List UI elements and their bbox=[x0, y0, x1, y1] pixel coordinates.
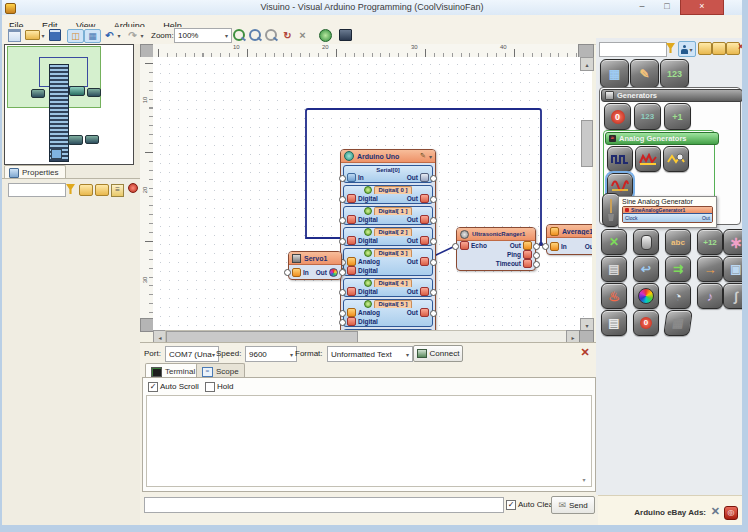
color-wheel-icon[interactable] bbox=[633, 283, 659, 309]
pin-connector[interactable] bbox=[430, 310, 437, 317]
pin-connector[interactable] bbox=[533, 243, 540, 250]
ads-tools-icon[interactable]: ✕ bbox=[711, 505, 720, 518]
pin-connector[interactable] bbox=[430, 238, 437, 245]
pin-connector[interactable] bbox=[430, 175, 437, 182]
pin-connector[interactable] bbox=[452, 243, 459, 250]
grid-plane-icon[interactable]: ▦ bbox=[663, 310, 693, 336]
zoom-out-icon[interactable] bbox=[248, 29, 262, 41]
edit-icon[interactable]: ✎ bbox=[420, 152, 426, 160]
square-wave-generator-icon[interactable] bbox=[607, 146, 633, 172]
send-button[interactable]: ✉ Send bbox=[551, 496, 595, 514]
digits-icon[interactable]: 123 bbox=[660, 59, 689, 88]
expand-all-icon[interactable] bbox=[712, 42, 726, 55]
new-project-icon[interactable] bbox=[7, 29, 21, 41]
split-icon[interactable]: ✕ bbox=[601, 229, 627, 255]
pin-connector[interactable] bbox=[430, 196, 437, 203]
auto-scroll-checkbox[interactable]: ✓ bbox=[148, 382, 158, 392]
pin-connector[interactable] bbox=[284, 269, 291, 276]
pin-connector[interactable] bbox=[339, 269, 346, 276]
delete-icon[interactable]: × bbox=[296, 29, 309, 41]
properties-filter-input[interactable] bbox=[8, 183, 66, 197]
pin-connector[interactable] bbox=[339, 238, 346, 245]
auto-clear-checkbox[interactable]: ✓ bbox=[506, 500, 516, 510]
expand-categories-icon[interactable] bbox=[79, 184, 93, 196]
document-icon[interactable]: ▤ bbox=[601, 310, 627, 336]
component-average[interactable]: Average1 In Out bbox=[546, 224, 592, 255]
power-off-icon[interactable]: 0 bbox=[633, 310, 659, 336]
music-icon[interactable]: ♪ bbox=[697, 283, 723, 309]
arduino-digital-channel[interactable]: Digital[ 2 ] DigitalOut bbox=[343, 227, 433, 246]
refresh-icon[interactable]: ↻ bbox=[281, 29, 294, 41]
minimap[interactable] bbox=[4, 44, 134, 165]
zoom-in-icon[interactable] bbox=[232, 29, 246, 41]
pin-connector[interactable] bbox=[533, 261, 540, 268]
memory-icon[interactable]: ▤ bbox=[601, 256, 627, 282]
ads-close-icon[interactable]: ◎ bbox=[724, 506, 738, 520]
close-button[interactable]: × bbox=[680, 0, 724, 15]
pin-connector[interactable] bbox=[339, 319, 346, 326]
upload-icon[interactable] bbox=[338, 29, 352, 41]
component-ultrasonic-ranger[interactable]: UltrasonicRanger1 Echo Out Ping Timeout bbox=[456, 227, 536, 271]
pin-connector[interactable] bbox=[542, 243, 549, 250]
arduino-digital-channel[interactable]: Digital[ 0 ] DigitalOut bbox=[343, 185, 433, 204]
math-icon[interactable]: +12 bbox=[697, 229, 723, 255]
plus-generators-icon[interactable]: +1 bbox=[664, 103, 691, 130]
palette-search-input[interactable] bbox=[599, 42, 667, 57]
arduino-header[interactable]: Arduino Uno ✎ ▾ bbox=[341, 150, 435, 163]
scroll-up-button[interactable]: ▴ bbox=[580, 57, 594, 71]
pin-connector[interactable] bbox=[430, 289, 437, 296]
zoom-reset-icon[interactable] bbox=[264, 29, 278, 41]
maximize-button[interactable]: □ bbox=[655, 0, 679, 14]
generators-header[interactable]: Generators bbox=[601, 89, 743, 102]
toggle-headers-icon[interactable]: ◫ bbox=[67, 29, 84, 43]
save-icon[interactable] bbox=[48, 29, 62, 41]
arduino-digital-channel[interactable]: Digital[ 4 ] DigitalOut bbox=[343, 278, 433, 297]
pin-connector[interactable] bbox=[430, 217, 437, 224]
arduino-digital-channel[interactable]: Digital[ 3 ] AnalogOut Digital bbox=[343, 248, 433, 276]
speed-combobox[interactable]: 9600▾ bbox=[245, 346, 297, 362]
design-canvas[interactable]: Arduino Uno ✎ ▾ Serial[0] In Out bbox=[153, 57, 592, 330]
curve-icon[interactable]: ↩ bbox=[633, 256, 659, 282]
average-header[interactable]: Average1 bbox=[547, 225, 592, 238]
chip-icon[interactable]: ▦ bbox=[600, 59, 629, 88]
pin-connector[interactable] bbox=[339, 310, 346, 317]
hold-checkbox[interactable] bbox=[205, 382, 215, 392]
wire-digital3-to-echo[interactable] bbox=[434, 247, 453, 256]
component-arduino-uno[interactable]: Arduino Uno ✎ ▾ Serial[0] In Out bbox=[340, 149, 436, 330]
arrange-icon[interactable]: ≡ bbox=[111, 184, 124, 197]
tab-properties[interactable]: Properties bbox=[4, 165, 66, 179]
undo-caret-icon[interactable]: ▾ bbox=[116, 29, 122, 41]
output-scroll-down-icon[interactable]: ▾ bbox=[580, 476, 588, 484]
open-project-icon[interactable] bbox=[25, 29, 40, 41]
vertical-scrollbar-thumb[interactable] bbox=[581, 120, 593, 167]
port-combobox[interactable]: COM7 (Unav▾ bbox=[165, 346, 219, 362]
text-icon[interactable]: abc bbox=[665, 229, 691, 255]
ranger-header[interactable]: UltrasonicRanger1 bbox=[457, 228, 535, 241]
open-caret-icon[interactable]: ▾ bbox=[40, 29, 46, 41]
redo-caret-icon[interactable]: ▾ bbox=[139, 29, 145, 41]
pin-connector[interactable] bbox=[339, 289, 346, 296]
pin-connector[interactable] bbox=[339, 175, 346, 182]
toggle-grid-icon[interactable]: ▦ bbox=[84, 29, 101, 43]
pin-connector[interactable] bbox=[430, 259, 437, 266]
random-wave-generator-icon[interactable] bbox=[635, 146, 661, 172]
probe-icon[interactable]: ✎ bbox=[630, 59, 659, 88]
pin-connector[interactable] bbox=[533, 252, 540, 259]
pin-panel-icon[interactable] bbox=[128, 183, 138, 193]
power-source-icon[interactable]: 0 bbox=[604, 103, 631, 130]
pin-connector[interactable] bbox=[339, 217, 346, 224]
zoom-combobox[interactable]: 100%▾ bbox=[174, 28, 232, 43]
component-servo[interactable]: Servo1 In Out bbox=[288, 251, 342, 280]
integer-generators-icon[interactable]: 123 bbox=[634, 103, 661, 130]
clock-wave-generator-icon[interactable] bbox=[663, 146, 689, 172]
build-icon[interactable] bbox=[318, 29, 332, 41]
timer-icon[interactable]: ◔ bbox=[665, 283, 691, 309]
redo-icon[interactable]: ↷ bbox=[126, 29, 139, 41]
format-combobox[interactable]: Unformatted Text▾ bbox=[327, 346, 413, 362]
arduino-serial-channel[interactable]: Serial[0] In Out bbox=[343, 165, 433, 183]
arrows-icon[interactable]: ⇉ bbox=[665, 256, 691, 282]
terminal-send-input[interactable] bbox=[144, 497, 504, 513]
flame-icon[interactable]: ♨ bbox=[601, 283, 627, 309]
undo-icon[interactable]: ↶ bbox=[103, 29, 116, 41]
arduino-digital-channel[interactable]: Digital[ 1 ] DigitalOut bbox=[343, 206, 433, 225]
